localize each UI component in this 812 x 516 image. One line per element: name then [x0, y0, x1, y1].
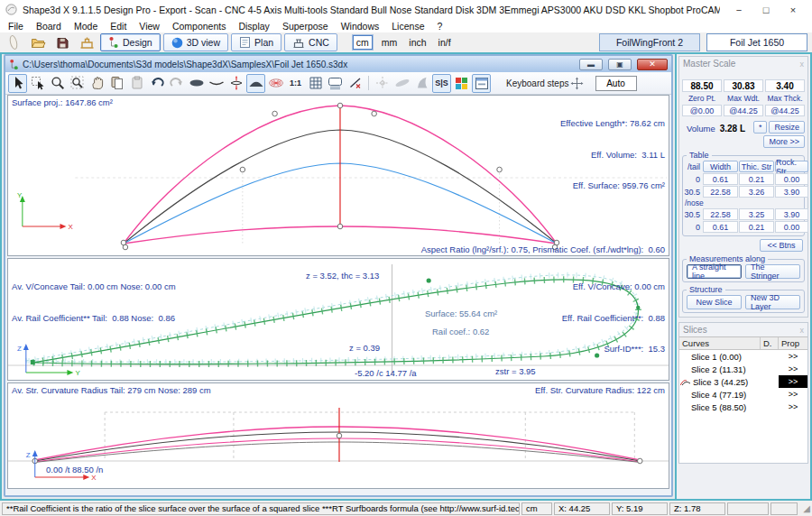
prop-header[interactable]: Prop: [779, 337, 807, 349]
slice-row[interactable]: Slice 4 (77.19)>>: [679, 388, 807, 401]
document-titlebar[interactable]: C:\Users\thoma\Documents\S3d models\Shap…: [5, 56, 671, 72]
slice-d-cell[interactable]: [761, 388, 779, 401]
slice-label[interactable]: Slice 2 (11.31): [679, 364, 761, 374]
doc-tab[interactable]: FoilWingFront 2: [599, 33, 700, 51]
zoom-area-icon[interactable]: [68, 74, 87, 93]
move-cross-icon[interactable]: [570, 77, 584, 90]
doc-restore-icon[interactable]: ▣: [608, 59, 632, 70]
save-icon[interactable]: [51, 33, 73, 51]
slice-row[interactable]: Slice 2 (11.31)>>: [679, 363, 807, 375]
star-button[interactable]: *: [753, 121, 768, 134]
table-cell[interactable]: 0.00: [775, 221, 808, 233]
zero-pt-value[interactable]: 88.50: [682, 79, 722, 92]
new-board-icon[interactable]: [3, 33, 24, 51]
zoom-icon[interactable]: [48, 74, 67, 93]
select-box-icon[interactable]: [28, 74, 47, 93]
board-ghost-icon[interactable]: [392, 74, 411, 93]
table-cell[interactable]: 3.90: [775, 186, 808, 198]
flow-view-icon[interactable]: [266, 74, 285, 93]
doc-tab[interactable]: Foil Jet 1650: [706, 33, 807, 51]
menu-windows[interactable]: Windows: [335, 21, 386, 32]
outline-view-panel[interactable]: Y X Surface proj.: 1647.86 cm² Effective…: [7, 95, 669, 256]
menu-license[interactable]: License: [385, 21, 430, 32]
slice-prop-button[interactable]: >>: [779, 350, 807, 363]
btns-button[interactable]: << Btns: [760, 239, 803, 252]
slice-d-cell[interactable]: [761, 363, 779, 375]
slice-row[interactable]: Slice 1 (0.00)>>: [679, 350, 807, 363]
menu-help[interactable]: ?: [430, 21, 448, 32]
menu-view[interactable]: View: [133, 21, 166, 32]
close-icon[interactable]: ×: [780, 2, 807, 18]
new-3d-layer-button[interactable]: New 3D Layer: [745, 295, 800, 309]
slice-label[interactable]: Slice 3 (44.25): [679, 377, 761, 387]
table-col-width[interactable]: Width: [703, 161, 738, 172]
undo-icon[interactable]: [147, 74, 166, 93]
one-to-one-icon[interactable]: 1:1: [286, 74, 305, 93]
properties-panel-icon[interactable]: [472, 74, 491, 93]
table-cell[interactable]: 0.21: [739, 173, 774, 185]
doc-close-icon[interactable]: ✕: [637, 59, 668, 70]
table-cell[interactable]: 3.25: [739, 208, 774, 220]
grid-icon[interactable]: [306, 74, 325, 93]
d-header[interactable]: D.: [761, 337, 779, 349]
unit-in-f[interactable]: in/f: [436, 36, 454, 49]
slice-view-icon[interactable]: [246, 74, 265, 93]
auto-button[interactable]: Auto: [595, 76, 637, 91]
copy-icon[interactable]: [107, 74, 126, 93]
table-cell[interactable]: 3.26: [739, 186, 774, 198]
slice-label[interactable]: Slice 4 (77.19): [679, 390, 761, 400]
menu-edit[interactable]: Edit: [104, 21, 133, 32]
slice-view-panel[interactable]: Z Y Av. V/Concave Tail: 0.00 cm Nose: 0.…: [7, 258, 669, 381]
machine-icon[interactable]: [76, 33, 97, 51]
unit-cm[interactable]: cm: [353, 35, 373, 50]
zero-pt-at[interactable]: @0.00: [682, 105, 722, 116]
resize-grip[interactable]: ◢: [799, 503, 810, 513]
outline-view-icon[interactable]: [187, 74, 206, 93]
paste-icon[interactable]: [127, 74, 146, 93]
slice-d-cell[interactable]: [761, 350, 779, 363]
plan-button[interactable]: Plan: [231, 33, 281, 51]
menu-superpose[interactable]: Superpose: [276, 21, 335, 32]
slice-row[interactable]: Slice 5 (88.50)>>: [679, 401, 807, 413]
table-cell[interactable]: 3.90: [775, 208, 808, 220]
guides-icon[interactable]: [373, 74, 392, 93]
menu-components[interactable]: Components: [166, 21, 233, 32]
menu-mode[interactable]: Mode: [68, 21, 104, 32]
straight-line-button[interactable]: A straight line: [687, 264, 742, 279]
table-cell[interactable]: 0.21: [739, 221, 774, 233]
table-cell[interactable]: 0.61: [703, 173, 738, 185]
menu-file[interactable]: File: [2, 21, 30, 32]
resize-button[interactable]: Resize: [769, 121, 805, 134]
slice-prop-button[interactable]: >>: [779, 375, 807, 388]
table-cell[interactable]: 22.58: [703, 208, 738, 220]
slice-prop-button[interactable]: >>: [779, 363, 807, 375]
fin-icon[interactable]: [412, 74, 431, 93]
max-width-value[interactable]: 30.83: [724, 79, 763, 92]
more-button[interactable]: More >>: [763, 135, 805, 148]
max-thickness-at[interactable]: @44.25: [765, 105, 805, 116]
slice-label[interactable]: Slice 5 (88.50): [679, 402, 761, 412]
3d-view-button[interactable]: 3D view: [163, 33, 228, 51]
minimize-icon[interactable]: −: [725, 2, 752, 18]
slice-row[interactable]: Slice 3 (44.25)>>: [679, 375, 807, 388]
maximize-icon[interactable]: □: [752, 2, 780, 18]
rocker-view-icon[interactable]: [207, 74, 226, 93]
menu-display[interactable]: Display: [232, 21, 275, 32]
design-button[interactable]: Design: [100, 33, 161, 51]
table-col-thic[interactable]: Thic. Str: [739, 161, 774, 172]
curves-header[interactable]: Curves: [679, 337, 761, 349]
select-icon[interactable]: [8, 74, 27, 93]
slice-d-cell[interactable]: [761, 375, 779, 388]
board-panel-icon[interactable]: [326, 74, 345, 93]
double-slice-icon[interactable]: S|S: [432, 74, 451, 93]
slice-d-cell[interactable]: [761, 401, 779, 413]
open-folder-icon[interactable]: [27, 33, 49, 51]
unit-inch[interactable]: inch: [406, 36, 429, 49]
slice-label[interactable]: Slice 1 (0.00): [679, 352, 761, 362]
max-width-at[interactable]: @44.25: [724, 105, 763, 116]
table-cell[interactable]: 22.58: [703, 186, 738, 198]
table-cell[interactable]: 0.61: [703, 221, 738, 233]
slices-close-icon[interactable]: x: [800, 326, 805, 335]
menu-board[interactable]: Board: [30, 21, 68, 32]
table-col-rock[interactable]: Rock. Str: [775, 161, 808, 172]
